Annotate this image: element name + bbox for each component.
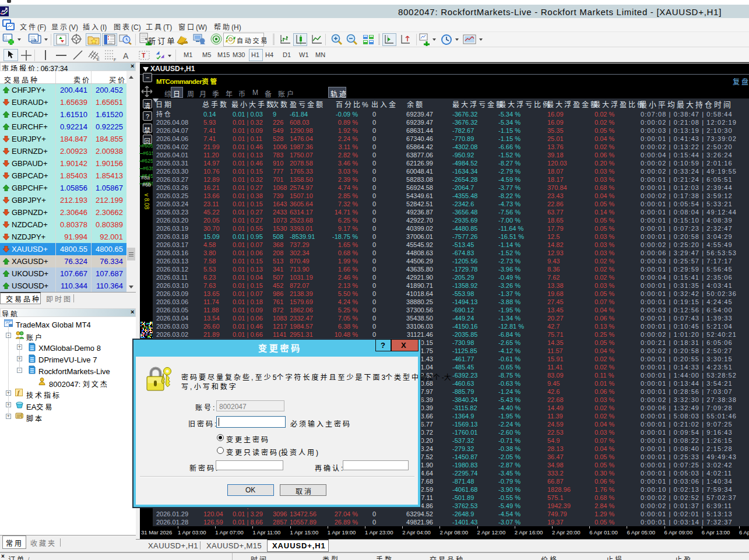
- svg-text:F: F: [114, 58, 116, 62]
- svg-text:T: T: [142, 52, 146, 59]
- svg-text:E: E: [97, 57, 100, 61]
